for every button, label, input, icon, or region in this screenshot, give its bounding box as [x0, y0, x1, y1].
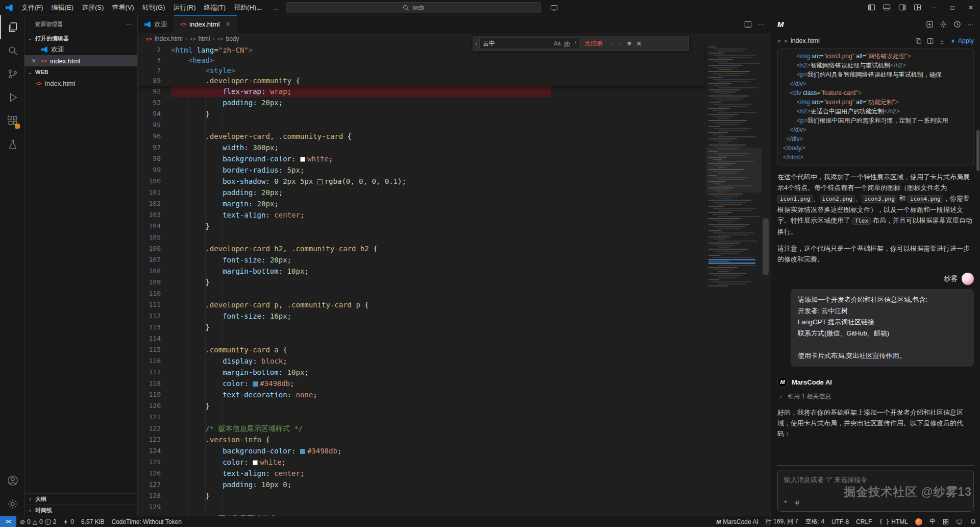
language-mode[interactable]: { }HTML	[875, 516, 912, 527]
previous-match-icon[interactable]: ↑	[608, 40, 617, 47]
maximize-button[interactable]: □	[943, 0, 962, 15]
minimap-slider[interactable]	[706, 148, 762, 193]
folder-web-header[interactable]: ⌄ WEB	[24, 66, 137, 78]
toggle-panel-icon[interactable]	[879, 0, 894, 15]
split-editor-icon[interactable]	[744, 20, 752, 28]
close-icon[interactable]: ✕	[226, 21, 230, 28]
run-debug-icon[interactable]	[0, 86, 24, 109]
menu-item[interactable]: 编辑(E)	[47, 1, 78, 14]
code-line[interactable]: 104 }	[138, 221, 704, 232]
code-line[interactable]: 125 color: white;	[138, 457, 704, 468]
code-line[interactable]: 111 .developer-card p, .community-card p…	[138, 299, 704, 310]
monitor-icon[interactable]	[952, 516, 966, 527]
code-line[interactable]: 106 .developer-card h2, .community-card …	[138, 243, 704, 254]
code-line[interactable]: 107 font-size: 20px;	[138, 254, 704, 266]
code-line[interactable]: 98 background-color: white;	[138, 153, 704, 164]
command-icon[interactable]: *	[784, 498, 787, 507]
code-line[interactable]: 95	[138, 119, 704, 131]
close-icon[interactable]: ✕	[634, 40, 645, 47]
menu-item[interactable]: 文件(F)	[17, 1, 47, 14]
history-icon[interactable]	[953, 20, 961, 28]
account-icon[interactable]	[0, 469, 24, 492]
code-line[interactable]: 103 text-align: center;	[138, 209, 704, 221]
code-lines[interactable]: 92 flex-wrap: wrap;93 padding: 20px;94 }…	[138, 86, 704, 516]
open-editors-header[interactable]: ⌄ 打开的编辑器	[24, 33, 137, 44]
panel-scrollbar[interactable]	[976, 130, 979, 171]
code-line[interactable]: 113 }	[138, 322, 704, 333]
code-line[interactable]: 122 /* 版本信息展示区域样式 */	[138, 423, 704, 434]
cursor-position[interactable]: 行 169, 列 7	[762, 516, 802, 527]
timeline-header[interactable]: › 时间线	[24, 505, 137, 516]
code-area[interactable]: 2<html lang="zh-CN">3 <head>7 <style>89 …	[138, 44, 771, 516]
indentation[interactable]: 空格: 4	[802, 516, 828, 527]
menu-item[interactable]: 查看(V)	[108, 1, 138, 14]
code-line[interactable]: 97 width: 300px;	[138, 142, 704, 153]
more-actions-icon[interactable]: ···	[758, 20, 765, 28]
breadcrumb-body[interactable]: body	[226, 35, 239, 42]
code-line[interactable]: 102 margin: 20px;	[138, 198, 704, 209]
eol[interactable]: CRLF	[852, 516, 875, 527]
code-line[interactable]: 93 padding: 20px;	[138, 97, 704, 108]
tab-index-html[interactable]: <> index.html ✕	[174, 15, 237, 33]
code-line[interactable]: 99 border-radius: 5px;	[138, 164, 704, 176]
zap-indicator[interactable]: 0	[60, 516, 78, 527]
breadcrumb-file[interactable]: index.html	[155, 35, 183, 42]
code-line[interactable]: 105	[138, 232, 704, 243]
code-line[interactable]: 116 display: block;	[138, 355, 704, 367]
sticky-line[interactable]: 89 .developer-community {	[138, 76, 704, 86]
code-line[interactable]: 126 text-align: center;	[138, 468, 704, 479]
explorer-icon[interactable]	[0, 15, 24, 39]
forward-icon[interactable]: →	[270, 4, 281, 12]
settings-gear-icon[interactable]	[940, 20, 947, 28]
editor-scrollbar[interactable]	[763, 218, 769, 275]
command-center-search[interactable]: web	[286, 2, 541, 13]
open-editor-welcome[interactable]: 欢迎	[24, 44, 137, 55]
insert-icon[interactable]	[939, 38, 945, 44]
code-line[interactable]: 119 text-decoration: none;	[138, 389, 704, 400]
more-actions-icon[interactable]: ···	[967, 20, 974, 28]
menu-item[interactable]: 运行(R)	[169, 1, 200, 14]
code-line[interactable]: 108 margin-bottom: 10px;	[138, 266, 704, 277]
regex-icon[interactable]: .*	[573, 40, 577, 46]
settings-gear-icon[interactable]	[0, 492, 24, 516]
code-line[interactable]: 96 .developer-card, .community-card {	[138, 131, 704, 142]
menu-item[interactable]: 转到(G)	[138, 1, 169, 14]
ai-chat-scroll[interactable]: < > index.html Apply <img src="icon3.png…	[771, 33, 980, 465]
code-line[interactable]: 117 margin-bottom: 10px;	[138, 367, 704, 378]
code-line[interactable]: 94 }	[138, 108, 704, 119]
code-line[interactable]: 115 .community-card a {	[138, 344, 704, 355]
source-control-icon[interactable]	[0, 62, 24, 86]
grid-icon[interactable]	[939, 516, 952, 527]
minimize-button[interactable]: ─	[925, 0, 943, 15]
code-line[interactable]: 118 color: #3498db;	[138, 378, 704, 389]
remote-indicator[interactable]: ><	[0, 516, 16, 527]
code-line[interactable]: 123 .version-info {	[138, 434, 704, 445]
breadcrumb-html[interactable]: html	[199, 35, 210, 42]
code-line[interactable]: 124 background-color: #3498db;	[138, 445, 704, 457]
close-window-button[interactable]: ✕	[962, 0, 980, 15]
search-sidebar-icon[interactable]	[0, 39, 24, 62]
close-icon[interactable]: ✕	[30, 58, 38, 64]
chat-input[interactable]: 输入消息或者 "/" 来选择指令 * #	[777, 470, 974, 512]
juejin-extension-icon[interactable]	[912, 516, 926, 527]
code-line[interactable]: 110	[138, 288, 704, 299]
sticky-line[interactable]: 3 <head>	[138, 55, 704, 65]
toggle-secondary-sidebar-icon[interactable]	[894, 0, 910, 15]
open-editor-index-html[interactable]: ✕ <> index.html	[24, 55, 137, 66]
reference-toggle[interactable]: › 引用 1 相关信息	[777, 392, 974, 401]
more-actions-icon[interactable]: ···	[126, 21, 133, 27]
code-line[interactable]: 101 padding: 20px;	[138, 187, 704, 198]
ime-indicator[interactable]: 中	[926, 516, 939, 527]
code-line[interactable]: 100 box-shadow: 0 2px 5px rgba(0, 0, 0, …	[138, 176, 704, 187]
toggle-replace-icon[interactable]: ›	[473, 40, 479, 47]
outline-header[interactable]: › 大纲	[24, 493, 137, 505]
code-line[interactable]: 121	[138, 412, 704, 423]
copy-icon[interactable]	[915, 38, 922, 44]
tab-welcome[interactable]: 欢迎	[138, 15, 174, 33]
codetime-indicator[interactable]: CodeTime: Without Token	[108, 516, 185, 527]
back-icon[interactable]: ←	[254, 4, 265, 12]
code-line[interactable]: 112 font-size: 16px;	[138, 310, 704, 322]
file-size-indicator[interactable]: 6.57 KiB	[78, 516, 108, 527]
match-case-icon[interactable]: Aa	[554, 40, 560, 46]
whole-word-icon[interactable]: ab	[564, 40, 570, 46]
